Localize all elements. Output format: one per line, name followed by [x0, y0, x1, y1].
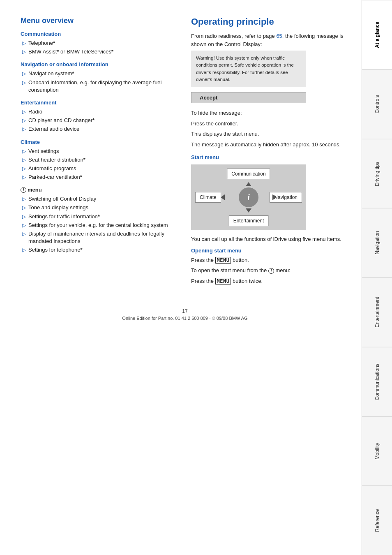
menu-overview-title: Menu overview: [21, 16, 179, 25]
arrow-icon: ▷: [22, 109, 26, 116]
arrow-icon: ▷: [22, 231, 26, 238]
left-column: Menu overview Communication ▷Telephone* …: [21, 16, 179, 287]
list-item: ▷Navigation system*: [22, 70, 179, 77]
climate-list: ▷Vent settings ▷Seat heater distribution…: [21, 148, 179, 181]
arrow-icon: ▷: [22, 247, 26, 254]
accept-button[interactable]: Accept: [191, 92, 306, 103]
item-text: Vent settings: [28, 148, 59, 155]
menu-button-label-2: MENU: [215, 278, 231, 284]
i-icon: i: [21, 187, 26, 193]
list-item: ▷CD player and CD changer*: [22, 117, 179, 124]
list-item: ▷Radio: [22, 108, 179, 116]
sidebar-tab-reference[interactable]: Reference: [362, 486, 392, 555]
start-menu-heading: Start menu: [191, 154, 349, 160]
item-text: Tone and display settings: [28, 204, 88, 211]
i-menu-label: menu: [28, 187, 42, 193]
entertainment-heading: Entertainment: [21, 99, 179, 106]
arrow-icon: ▷: [22, 40, 26, 47]
item-text: Navigation system*: [28, 70, 74, 77]
displays-start: This displays the start menu.: [191, 130, 349, 138]
sidebar-tab-controls[interactable]: Controls: [362, 69, 392, 139]
arrow-icon: ▷: [22, 222, 26, 229]
entertainment-list: ▷Radio ▷CD player and CD changer* ▷Exter…: [21, 108, 179, 133]
item-text: External audio device: [28, 125, 79, 133]
arrow-icon: ▷: [22, 117, 26, 124]
auto-hide: The message is automatically hidden afte…: [191, 141, 349, 149]
arrow-icon: ▷: [22, 204, 26, 211]
list-item: ▷Tone and display settings: [22, 204, 179, 211]
arrow-icon: ▷: [22, 126, 26, 133]
diagram-inner: Communication Climate Navigation Enterta…: [191, 164, 306, 230]
list-item: ▷Automatic programs: [22, 165, 179, 172]
item-text: CD player and CD changer*: [28, 117, 95, 124]
start-menu-diagram: Communication Climate Navigation Enterta…: [191, 164, 306, 230]
triangle-right-icon: [272, 194, 277, 200]
hide-text: To hide the message:: [191, 109, 349, 117]
intro-text: From radio readiness, refer to page 65, …: [191, 32, 349, 48]
item-text: BMW Assist* or BMW TeleServices*: [28, 48, 113, 56]
item-text: Settings for telephone*: [28, 246, 83, 254]
sidebar: At a glance Controls Driving tips Naviga…: [362, 0, 392, 555]
list-item: ▷Display of maintenance intervals and de…: [22, 230, 179, 245]
main-content: Menu overview Communication ▷Telephone* …: [0, 0, 362, 555]
diagram-climate: Climate: [195, 192, 221, 203]
list-item: ▷Vent settings: [22, 148, 179, 155]
arrow-icon: ▷: [22, 165, 26, 172]
arrow-icon: ▷: [22, 157, 26, 164]
warning-box: Warning! Use this system only when traff…: [191, 51, 306, 87]
opening-line1: Press the MENU button.: [191, 256, 349, 264]
sidebar-tab-at-a-glance[interactable]: At a glance: [362, 0, 392, 69]
footer: 17 Online Edition for Part no. 01 41 2 6…: [21, 304, 349, 321]
item-text: Seat heater distribution*: [28, 156, 85, 164]
page-number: 17: [21, 308, 349, 314]
operating-principle-title: Operating principle: [191, 16, 349, 27]
diagram-caption: You can call up all the functions of iDr…: [191, 235, 349, 243]
climate-heading: Climate: [21, 139, 179, 145]
arrow-icon: ▷: [22, 49, 26, 56]
item-text: Settings for your vehicle, e.g. for the …: [28, 222, 168, 229]
opening-heading: Opening start menu: [191, 247, 349, 254]
arrow-icon: ▷: [22, 79, 26, 86]
sidebar-tab-navigation[interactable]: Navigation: [362, 208, 392, 278]
center-circle: i: [239, 187, 258, 207]
list-item: ▷Onboard information, e.g. for displayin…: [22, 79, 179, 94]
communication-heading: Communication: [21, 31, 179, 37]
item-text: Automatic programs: [28, 165, 76, 172]
list-item: ▷BMW Assist* or BMW TeleServices*: [22, 48, 179, 56]
sidebar-tab-mobility[interactable]: Mobility: [362, 416, 392, 486]
menu-button-label: MENU: [215, 257, 231, 264]
triangle-left-icon: [221, 194, 225, 200]
triangle-up-icon: [246, 182, 251, 186]
inline-i-icon: i: [268, 268, 274, 274]
diagram-entertainment: Entertainment: [229, 215, 269, 226]
i-menu-list: ▷Switching off Control Display ▷Tone and…: [21, 195, 179, 254]
arrow-icon: ▷: [22, 70, 26, 77]
diagram-communication: Communication: [227, 169, 270, 179]
footer-text: Online Edition for Part no. 01 41 2 600 …: [21, 316, 349, 321]
sidebar-tab-communications[interactable]: Communications: [362, 347, 392, 416]
triangle-down-icon: [246, 208, 251, 213]
arrow-icon: ▷: [22, 148, 26, 155]
page-link[interactable]: 65: [276, 33, 282, 39]
list-item: ▷Settings for telephone*: [22, 246, 179, 254]
list-item: ▷Switching off Control Display: [22, 195, 179, 203]
item-text: Parked-car ventilation*: [28, 173, 82, 181]
communication-list: ▷Telephone* ▷BMW Assist* or BMW TeleServ…: [21, 39, 179, 56]
opening-line3: Press the MENU button twice.: [191, 277, 349, 285]
warning-text: Warning! Use this system only when traff…: [196, 56, 294, 82]
right-column: Operating principle From radio readiness…: [191, 16, 349, 287]
arrow-icon: ▷: [22, 174, 26, 181]
list-item: ▷Seat heater distribution*: [22, 156, 179, 164]
item-text: Onboard information, e.g. for displaying…: [28, 79, 179, 94]
list-item: ▷Settings for traffic information*: [22, 213, 179, 220]
item-text: Switching off Control Display: [28, 195, 96, 203]
item-text: Telephone*: [28, 39, 55, 47]
list-item: ▷Parked-car ventilation*: [22, 173, 179, 181]
arrow-icon: ▷: [22, 196, 26, 203]
sidebar-tab-driving-tips[interactable]: Driving tips: [362, 139, 392, 208]
list-item: ▷External audio device: [22, 125, 179, 133]
press-controller: Press the controller.: [191, 120, 349, 128]
sidebar-tab-entertainment[interactable]: Entertainment: [362, 278, 392, 347]
navigation-heading: Navigation or onboard information: [21, 61, 179, 67]
arrow-icon: ▷: [22, 213, 26, 220]
